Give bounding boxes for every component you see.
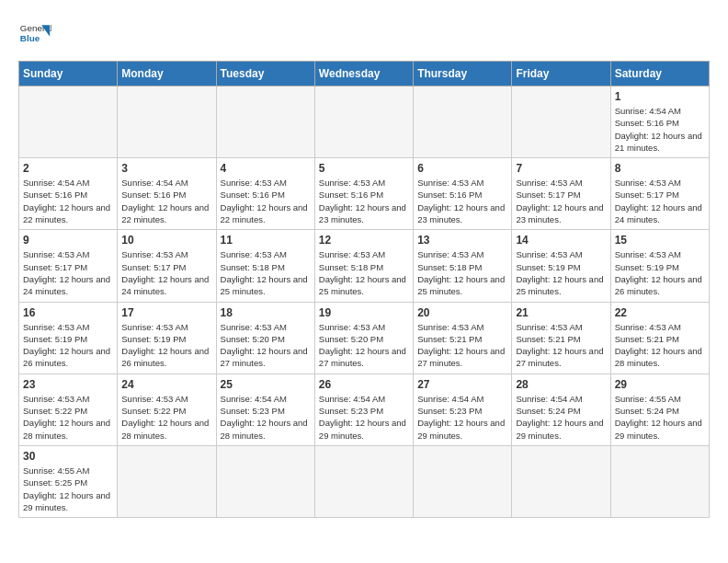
calendar-cell-3-3: 19Sunrise: 4:53 AM Sunset: 5:20 PM Dayli… [314, 302, 413, 373]
day-info: Sunrise: 4:53 AM Sunset: 5:21 PM Dayligh… [516, 321, 606, 370]
day-number: 14 [516, 234, 606, 247]
week-row-4: 23Sunrise: 4:53 AM Sunset: 5:22 PM Dayli… [19, 373, 710, 445]
day-number: 27 [417, 378, 507, 391]
calendar-cell-0-1 [118, 86, 216, 158]
calendar-cell-1-2: 4Sunrise: 4:53 AM Sunset: 5:16 PM Daylig… [216, 158, 314, 230]
calendar-cell-5-1 [118, 445, 216, 517]
day-number: 5 [319, 162, 409, 175]
calendar-cell-1-3: 5Sunrise: 4:53 AM Sunset: 5:16 PM Daylig… [314, 158, 413, 230]
calendar-cell-4-5: 28Sunrise: 4:54 AM Sunset: 5:24 PM Dayli… [512, 373, 610, 445]
day-info: Sunrise: 4:53 AM Sunset: 5:17 PM Dayligh… [516, 177, 606, 225]
day-number: 6 [417, 162, 507, 175]
day-info: Sunrise: 4:55 AM Sunset: 5:25 PM Dayligh… [23, 465, 113, 513]
day-number: 26 [319, 378, 409, 391]
day-number: 3 [121, 162, 211, 175]
day-info: Sunrise: 4:53 AM Sunset: 5:20 PM Dayligh… [221, 321, 311, 370]
day-info: Sunrise: 4:54 AM Sunset: 5:23 PM Dayligh… [417, 393, 507, 442]
day-info: Sunrise: 4:54 AM Sunset: 5:24 PM Dayligh… [516, 393, 606, 442]
logo: General Blue [18, 18, 51, 52]
calendar-cell-0-5 [512, 86, 610, 158]
calendar-cell-2-0: 9Sunrise: 4:53 AM Sunset: 5:17 PM Daylig… [19, 230, 118, 302]
weekday-header-saturday: Saturday [610, 62, 709, 86]
day-info: Sunrise: 4:53 AM Sunset: 5:16 PM Dayligh… [417, 177, 507, 225]
calendar-cell-4-4: 27Sunrise: 4:54 AM Sunset: 5:23 PM Dayli… [414, 373, 512, 445]
day-info: Sunrise: 4:53 AM Sunset: 5:17 PM Dayligh… [23, 248, 113, 297]
day-number: 24 [121, 378, 211, 391]
calendar-cell-5-6 [610, 445, 709, 517]
day-info: Sunrise: 4:53 AM Sunset: 5:19 PM Dayligh… [23, 321, 113, 370]
calendar-cell-1-0: 2Sunrise: 4:54 AM Sunset: 5:16 PM Daylig… [19, 158, 118, 230]
day-number: 12 [319, 234, 409, 247]
day-number: 19 [319, 306, 409, 319]
calendar-cell-2-1: 10Sunrise: 4:53 AM Sunset: 5:17 PM Dayli… [118, 230, 216, 302]
calendar-cell-4-2: 25Sunrise: 4:54 AM Sunset: 5:23 PM Dayli… [216, 373, 314, 445]
calendar-cell-4-6: 29Sunrise: 4:55 AM Sunset: 5:24 PM Dayli… [610, 373, 709, 445]
day-info: Sunrise: 4:54 AM Sunset: 5:23 PM Dayligh… [221, 393, 311, 442]
day-info: Sunrise: 4:53 AM Sunset: 5:17 PM Dayligh… [615, 177, 705, 225]
day-info: Sunrise: 4:53 AM Sunset: 5:19 PM Dayligh… [121, 321, 211, 370]
day-number: 17 [121, 306, 211, 319]
day-info: Sunrise: 4:53 AM Sunset: 5:16 PM Dayligh… [319, 177, 409, 225]
calendar-cell-3-6: 22Sunrise: 4:53 AM Sunset: 5:21 PM Dayli… [610, 302, 709, 373]
day-number: 22 [615, 306, 705, 319]
calendar-cell-5-2 [216, 445, 314, 517]
day-number: 15 [615, 234, 705, 247]
day-number: 25 [221, 378, 311, 391]
calendar-cell-3-4: 20Sunrise: 4:53 AM Sunset: 5:21 PM Dayli… [414, 302, 512, 373]
day-number: 10 [121, 234, 211, 247]
calendar-cell-4-3: 26Sunrise: 4:54 AM Sunset: 5:23 PM Dayli… [314, 373, 413, 445]
day-info: Sunrise: 4:53 AM Sunset: 5:20 PM Dayligh… [319, 321, 409, 370]
calendar-cell-5-5 [512, 445, 610, 517]
day-info: Sunrise: 4:54 AM Sunset: 5:23 PM Dayligh… [319, 393, 409, 442]
day-number: 13 [417, 234, 507, 247]
week-row-5: 30Sunrise: 4:55 AM Sunset: 5:25 PM Dayli… [19, 445, 710, 517]
calendar-cell-1-6: 8Sunrise: 4:53 AM Sunset: 5:17 PM Daylig… [610, 158, 709, 230]
day-info: Sunrise: 4:53 AM Sunset: 5:19 PM Dayligh… [615, 248, 705, 297]
calendar-cell-2-5: 14Sunrise: 4:53 AM Sunset: 5:19 PM Dayli… [512, 230, 610, 302]
day-number: 16 [23, 306, 113, 319]
weekday-header-monday: Monday [118, 62, 216, 86]
day-number: 4 [221, 162, 311, 175]
calendar-cell-1-1: 3Sunrise: 4:54 AM Sunset: 5:16 PM Daylig… [118, 158, 216, 230]
day-info: Sunrise: 4:53 AM Sunset: 5:21 PM Dayligh… [615, 321, 705, 370]
weekday-header-wednesday: Wednesday [314, 62, 413, 86]
day-info: Sunrise: 4:53 AM Sunset: 5:18 PM Dayligh… [319, 248, 409, 297]
logo-icon: General Blue [18, 18, 51, 52]
day-number: 20 [417, 306, 507, 319]
day-number: 18 [221, 306, 311, 319]
calendar-cell-2-3: 12Sunrise: 4:53 AM Sunset: 5:18 PM Dayli… [314, 230, 413, 302]
weekday-header-sunday: Sunday [19, 62, 118, 86]
calendar-cell-5-0: 30Sunrise: 4:55 AM Sunset: 5:25 PM Dayli… [19, 445, 118, 517]
calendar-cell-0-3 [314, 86, 413, 158]
calendar-cell-2-6: 15Sunrise: 4:53 AM Sunset: 5:19 PM Dayli… [610, 230, 709, 302]
day-number: 11 [221, 234, 311, 247]
calendar-cell-0-4 [414, 86, 512, 158]
day-number: 9 [23, 234, 113, 247]
weekday-header-friday: Friday [512, 62, 610, 86]
calendar-cell-1-4: 6Sunrise: 4:53 AM Sunset: 5:16 PM Daylig… [414, 158, 512, 230]
day-number: 29 [615, 378, 705, 391]
weekday-header-tuesday: Tuesday [216, 62, 314, 86]
day-number: 21 [516, 306, 606, 319]
calendar-cell-0-6: 1Sunrise: 4:54 AM Sunset: 5:16 PM Daylig… [610, 86, 709, 158]
day-info: Sunrise: 4:53 AM Sunset: 5:19 PM Dayligh… [516, 248, 606, 297]
calendar-cell-4-0: 23Sunrise: 4:53 AM Sunset: 5:22 PM Dayli… [19, 373, 118, 445]
week-row-3: 16Sunrise: 4:53 AM Sunset: 5:19 PM Dayli… [19, 302, 710, 373]
weekday-header-thursday: Thursday [414, 62, 512, 86]
day-number: 2 [23, 162, 113, 175]
calendar-cell-5-3 [314, 445, 413, 517]
week-row-0: 1Sunrise: 4:54 AM Sunset: 5:16 PM Daylig… [19, 86, 710, 158]
calendar-table: SundayMondayTuesdayWednesdayThursdayFrid… [18, 61, 710, 518]
day-info: Sunrise: 4:53 AM Sunset: 5:18 PM Dayligh… [221, 248, 311, 297]
day-number: 30 [23, 450, 113, 463]
day-number: 1 [615, 90, 705, 103]
day-info: Sunrise: 4:53 AM Sunset: 5:22 PM Dayligh… [23, 393, 113, 442]
calendar-cell-0-2 [216, 86, 314, 158]
calendar-cell-4-1: 24Sunrise: 4:53 AM Sunset: 5:22 PM Dayli… [118, 373, 216, 445]
day-number: 8 [615, 162, 705, 175]
day-info: Sunrise: 4:53 AM Sunset: 5:17 PM Dayligh… [121, 248, 211, 297]
day-info: Sunrise: 4:55 AM Sunset: 5:24 PM Dayligh… [615, 393, 705, 442]
day-info: Sunrise: 4:53 AM Sunset: 5:18 PM Dayligh… [417, 248, 507, 297]
svg-text:Blue: Blue [20, 33, 40, 43]
calendar-cell-2-4: 13Sunrise: 4:53 AM Sunset: 5:18 PM Dayli… [414, 230, 512, 302]
